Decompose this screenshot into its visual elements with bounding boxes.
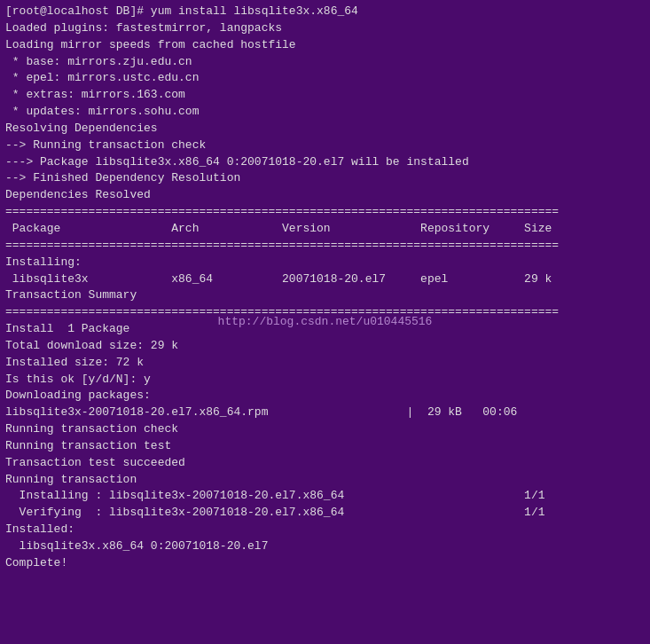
terminal-line: Installed: <box>5 522 645 538</box>
terminal-line: Installing: <box>5 255 645 271</box>
terminal-line: Running transaction <box>5 472 645 489</box>
terminal-line: Complete! <box>5 555 645 572</box>
terminal-line: [root@localhost DB]# yum install libsqli… <box>5 4 645 20</box>
terminal-line: Running transaction check <box>5 421 645 438</box>
terminal-line: Verifying : libsqlite3x-20071018-20.el7.… <box>5 505 645 522</box>
terminal-line: Dependencies Resolved <box>5 187 645 204</box>
terminal-line: Loading mirror speeds from cached hostfi… <box>5 37 645 54</box>
terminal-line: Package Arch Version Repository Size <box>5 221 645 238</box>
terminal-line: libsqlite3x x86_64 20071018-20.el7 epel … <box>5 271 645 288</box>
terminal-line: ========================================… <box>5 204 645 221</box>
terminal-line: Transaction Summary <box>5 287 645 304</box>
terminal-line: ---> Package libsqlite3x.x86_64 0:200710… <box>5 154 645 171</box>
terminal-line: Running transaction test <box>5 438 645 455</box>
terminal-line: Loaded plugins: fastestmirror, langpacks <box>5 20 645 37</box>
terminal-line: * epel: mirrors.ustc.edu.cn <box>5 70 645 87</box>
terminal-line: libsqlite3x-20071018-20.el7.x86_64.rpm |… <box>5 404 645 421</box>
terminal-line: * extras: mirrors.163.com <box>5 87 645 104</box>
watermark: http://blog.csdn.net/u010445516 <box>218 315 433 328</box>
terminal-line: --> Running transaction check <box>5 137 645 154</box>
terminal-line: Resolving Dependencies <box>5 121 645 137</box>
terminal-window: [root@localhost DB]# yum install libsqli… <box>0 0 650 644</box>
terminal-line: * base: mirrors.zju.edu.cn <box>5 54 645 71</box>
terminal-line: Is this ok [y/d/N]: y <box>5 372 645 389</box>
terminal-line: --> Finished Dependency Resolution <box>5 170 645 187</box>
terminal-line: Installed size: 72 k <box>5 355 645 372</box>
terminal-output: [root@localhost DB]# yum install libsqli… <box>5 4 645 572</box>
terminal-line: Total download size: 29 k <box>5 338 645 355</box>
terminal-line: Transaction test succeeded <box>5 455 645 472</box>
terminal-line: ========================================… <box>5 238 645 255</box>
terminal-line: Installing : libsqlite3x-20071018-20.el7… <box>5 488 645 505</box>
terminal-line: * updates: mirrors.sohu.com <box>5 104 645 121</box>
terminal-line: Downloading packages: <box>5 388 645 404</box>
terminal-line: libsqlite3x.x86_64 0:20071018-20.el7 <box>5 538 645 555</box>
